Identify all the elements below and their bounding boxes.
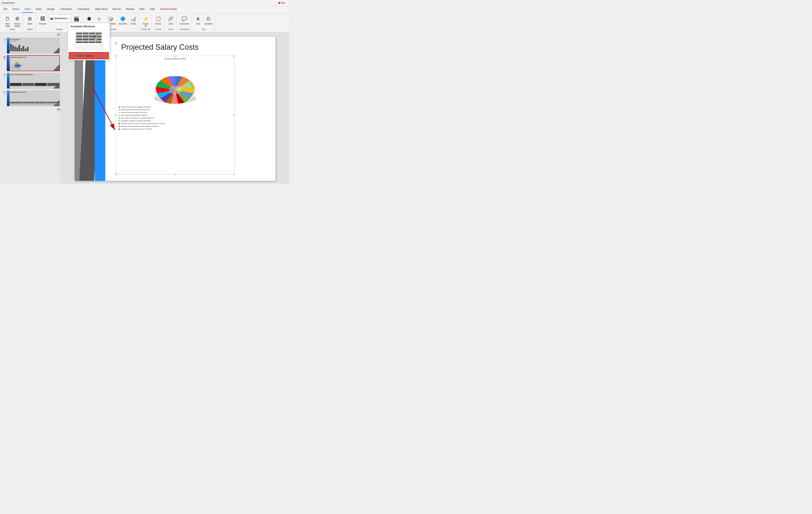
- reuse-slides-button[interactable]: ♻ ReuseSlides: [13, 15, 22, 28]
- title-handle-icon[interactable]: ↻: [115, 41, 118, 46]
- slide-thumbnail-10[interactable]: Projected Salary Costs: [7, 55, 60, 71]
- pictures-button[interactable]: 🖼 Pictures: [38, 15, 48, 26]
- 3d-dropdown-icon: ▼: [110, 25, 111, 27]
- slide-thumbnail-12[interactable]: Risk Management Plan: [7, 90, 60, 106]
- ribbon-group-links: 🔗 Links Links: [165, 14, 177, 31]
- selection-handle-bl[interactable]: [115, 173, 117, 175]
- legend-item-9: Production Production Supervisor 7/22/20…: [119, 128, 232, 130]
- tab-help[interactable]: Help: [147, 6, 157, 13]
- tab-picture-format[interactable]: Picture Format: [157, 6, 179, 13]
- comments-group-label: Comments: [178, 28, 190, 31]
- text-button[interactable]: A Text: [194, 15, 203, 26]
- screen-clipping-button[interactable]: ✂ Screen Clipping: [69, 52, 109, 59]
- legend-item-7: Customer Service Customer Service Repres…: [119, 123, 232, 125]
- list-item[interactable]: 10 ★ Projected Salary Costs: [1, 55, 60, 72]
- tab-insert[interactable]: Insert: [22, 6, 33, 13]
- slide-number: 12: [1, 91, 5, 93]
- tab-slideshow[interactable]: Slide Show: [92, 6, 110, 13]
- recording-indicator[interactable]: Rec: [277, 1, 287, 5]
- tab-home[interactable]: Home: [10, 6, 22, 13]
- selection-handle-tc[interactable]: [174, 55, 176, 57]
- screenshot-dropdown: Available Windows: [68, 23, 110, 60]
- powerbi-group-label: Power BI: [141, 28, 150, 31]
- legend-item-1: Human Resources HR Manager 5/15/2023: [119, 106, 232, 108]
- pie-chart-area: [116, 60, 234, 105]
- scroll-down-button[interactable]: ▼: [57, 108, 60, 111]
- 3d-models-icon: 🎲: [107, 16, 114, 22]
- tab-design[interactable]: Design: [44, 6, 57, 13]
- chart-icon: 📊: [130, 16, 137, 22]
- svg-point-5: [169, 86, 181, 94]
- ribbon: File Home Insert Draw Design Transitions…: [0, 6, 289, 32]
- slide-thumbnail-9[interactable]: Cost Analysis Annual Cost: [7, 38, 60, 54]
- selection-handle-tr[interactable]: [233, 55, 235, 57]
- smartart-button[interactable]: 🔷 SmartArt: [117, 15, 128, 26]
- forms-group-label: Forms: [153, 28, 163, 31]
- cameo-icon: 🎬: [73, 16, 80, 22]
- powerbi-icon: ⚡: [142, 16, 149, 22]
- comment-button[interactable]: 💬 Comment: [178, 15, 190, 26]
- symbols-button[interactable]: Ω Symbols: [203, 15, 214, 26]
- forms-button[interactable]: 📋 Forms: [153, 15, 163, 26]
- selection-handle-ml[interactable]: [115, 114, 117, 116]
- slide-main-title: Projected Salary Costs: [121, 43, 199, 52]
- screen-clipping-icon: ✂: [72, 54, 74, 57]
- screenshot-button[interactable]: 📷 Screenshot ▼: [48, 15, 71, 22]
- tab-animations[interactable]: Animations: [75, 6, 92, 13]
- powerbi-button[interactable]: ⚡ PowerBI: [141, 15, 150, 28]
- ribbon-group-slides: 🗒 NewSlide ♻ ReuseSlides Slides: [2, 14, 24, 31]
- chart-button[interactable]: 📊 Chart: [128, 15, 138, 26]
- slide-star: ★: [4, 93, 5, 96]
- legend-item-4: Sales Sales Representative 3/25/2023: [119, 114, 232, 117]
- text-group-label: Text: [194, 28, 214, 31]
- links-button[interactable]: 🔗 Links: [166, 15, 175, 26]
- legend-item-3: Finance Financial Analyst 10/10/2023: [119, 111, 232, 114]
- ribbon-group-forms: 📋 Forms Forms: [152, 14, 164, 31]
- title-bar: PowerPoint Rec: [0, 0, 289, 6]
- symbols-icon: Ω: [205, 16, 212, 22]
- ribbon-group-powerbi: ⚡ PowerBI Power BI: [140, 14, 152, 31]
- slide-star: ★: [4, 58, 5, 60]
- tab-file[interactable]: File: [1, 6, 10, 13]
- legend-item-6: Operations Operations Manager 6/30/2023: [119, 119, 232, 122]
- chart-container[interactable]: Annual Salary (USD): [116, 56, 234, 174]
- list-item[interactable]: 9 ★ Cost Analysis Annual Cost: [1, 37, 60, 54]
- selection-handle-bc[interactable]: [174, 173, 176, 175]
- window-thumbnail[interactable]: [75, 31, 103, 50]
- tab-draw[interactable]: Draw: [33, 6, 44, 13]
- legend-item-5: Information Technology IT Specialist 9/1…: [119, 117, 232, 119]
- icons-icon: ☺: [96, 16, 103, 22]
- text-icon: A: [195, 16, 202, 22]
- list-item[interactable]: 11 ★ Project Schedule and Milestones: [1, 73, 60, 89]
- tab-view[interactable]: View: [137, 6, 147, 13]
- selection-handle-tl[interactable]: [115, 55, 117, 57]
- comment-icon: 💬: [181, 16, 188, 22]
- scroll-up-button[interactable]: ▲: [57, 33, 60, 36]
- list-item[interactable]: 12 ★ Risk Management Plan: [1, 90, 60, 107]
- app-title: PowerPoint: [2, 1, 14, 4]
- window-thumbnail-area[interactable]: [68, 30, 110, 51]
- forms-icon: 📋: [155, 16, 162, 22]
- ribbon-content: 🗒 NewSlide ♻ ReuseSlides Slides ⊞ Table …: [0, 13, 289, 32]
- tab-review[interactable]: Review: [123, 6, 137, 13]
- ribbon-group-text: A Text Ω Symbols Text: [192, 14, 215, 31]
- ribbon-group-comments: 💬 Comment Comments: [177, 14, 192, 31]
- slide-star: ★: [4, 41, 5, 43]
- slides-group-label: Slides: [3, 28, 22, 31]
- slide-number: 9: [1, 38, 5, 41]
- tab-record[interactable]: Record: [110, 6, 123, 13]
- pictures-icon: 🖼: [39, 16, 46, 22]
- slide-thumbnail-11[interactable]: Project Schedule and Milestones: [7, 73, 60, 89]
- tab-transitions[interactable]: Transitions: [57, 6, 75, 13]
- reuse-slides-icon: ♻: [14, 16, 21, 22]
- dropdown-arrow-icon: ▼: [68, 18, 69, 20]
- app-body: ▲ 9 ★ Cost Analysis Annual Cost: [0, 32, 289, 184]
- slide-number: 11: [1, 74, 5, 76]
- slide-number: 10: [1, 56, 5, 58]
- table-button[interactable]: ⊞ Table: [25, 15, 34, 26]
- camera-icon: 📷: [50, 17, 53, 20]
- ribbon-group-tables: ⊞ Table Tables: [24, 14, 36, 31]
- selection-handle-mr[interactable]: [233, 114, 235, 116]
- selection-handle-br[interactable]: [233, 173, 235, 175]
- new-slide-button[interactable]: 🗒 NewSlide: [3, 15, 12, 28]
